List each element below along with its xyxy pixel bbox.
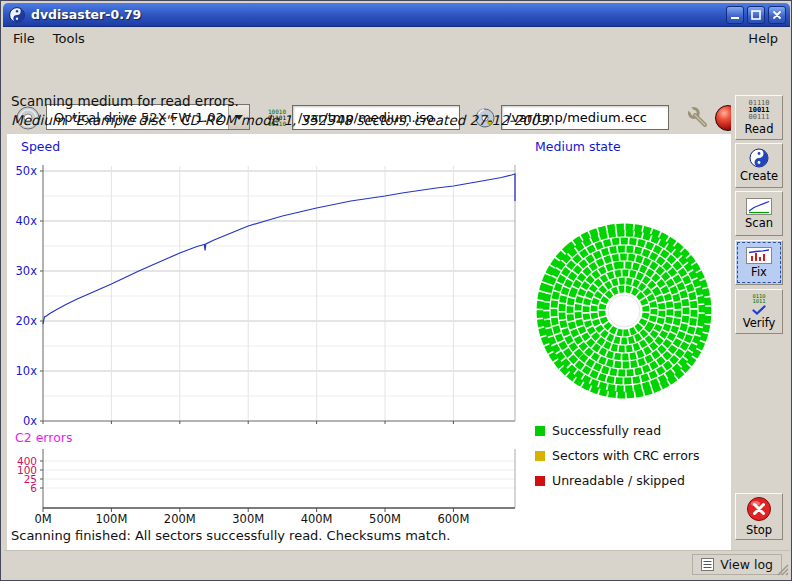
minimize-icon (730, 10, 740, 20)
create-button[interactable]: Create (735, 143, 783, 188)
binary-sectors-icon: 01110 10011 00111 (748, 100, 769, 121)
stop-button[interactable]: Stop (735, 493, 783, 540)
toolbar: Optical drive 52X FW 1.02 10010 01101 00… (4, 49, 790, 91)
minimize-button[interactable] (726, 6, 744, 24)
svg-text:300M: 300M (232, 512, 264, 526)
legend-swatch-green (535, 426, 545, 436)
status-header: Scanning medium for read errors. Medium … (7, 91, 731, 134)
main-panel: Speed Medium state C2 errors 0x10x20x30x… (7, 134, 731, 550)
menu-file[interactable]: File (4, 29, 44, 48)
svg-text:0x: 0x (23, 414, 37, 428)
scan-button[interactable]: Scan (735, 191, 783, 236)
resize-grip[interactable] (776, 563, 789, 576)
status-line-2: Medium "Example disc": CD-ROM mode 1, 35… (11, 112, 552, 128)
verify-button[interactable]: 0110 1011 Verify (735, 289, 783, 334)
app-window: dvdisaster-0.79 File Tools Help Optical … (0, 0, 792, 581)
maximize-button[interactable] (747, 6, 765, 24)
verify-icon: 0110 1011 (752, 294, 766, 315)
stop-x-icon (746, 496, 772, 522)
legend-item-crc: Sectors with CRC errors (535, 448, 699, 463)
legend-item-unreadable: Unreadable / skipped (535, 473, 685, 488)
window-title: dvdisaster-0.79 (31, 7, 723, 22)
svg-text:10x: 10x (16, 364, 38, 378)
read-button[interactable]: 01110 10011 00111 Read (735, 95, 783, 140)
fix-button[interactable]: Fix (735, 240, 783, 285)
svg-text:40x: 40x (16, 214, 38, 228)
close-button[interactable] (768, 6, 786, 24)
scan-chart-icon (746, 198, 772, 215)
menu-tools[interactable]: Tools (44, 29, 94, 48)
yin-yang-icon (749, 148, 769, 168)
legend-swatch-red (535, 476, 545, 486)
fix-chart-icon (746, 247, 772, 264)
svg-text:30x: 30x (16, 264, 38, 278)
svg-text:6: 6 (30, 482, 37, 494)
svg-text:20x: 20x (16, 314, 38, 328)
menu-help[interactable]: Help (736, 29, 790, 48)
menubar: File Tools Help (4, 28, 790, 49)
app-yin-yang-icon (9, 7, 25, 23)
legend-swatch-yellow (535, 451, 545, 461)
svg-text:400M: 400M (301, 512, 333, 526)
svg-text:100M: 100M (95, 512, 127, 526)
bottom-bar: View log (4, 550, 790, 577)
close-icon (772, 10, 782, 20)
svg-text:50x: 50x (16, 164, 38, 178)
scan-result-status: Scanning finished: All sectors successfu… (11, 528, 450, 543)
svg-text:500M: 500M (369, 512, 401, 526)
svg-text:0M: 0M (34, 512, 51, 526)
check-icon (752, 305, 766, 315)
titlebar[interactable]: dvdisaster-0.79 (3, 3, 790, 27)
status-line-1: Scanning medium for read errors. (11, 93, 239, 109)
svg-text:600M: 600M (437, 512, 469, 526)
legend-item-read: Successfully read (535, 423, 661, 438)
view-log-button[interactable]: View log (692, 554, 782, 575)
log-list-icon (701, 558, 714, 571)
maximize-icon (751, 10, 761, 20)
action-sidebar: 01110 10011 00111 Read Create Scan (731, 91, 787, 550)
svg-text:200M: 200M (164, 512, 196, 526)
